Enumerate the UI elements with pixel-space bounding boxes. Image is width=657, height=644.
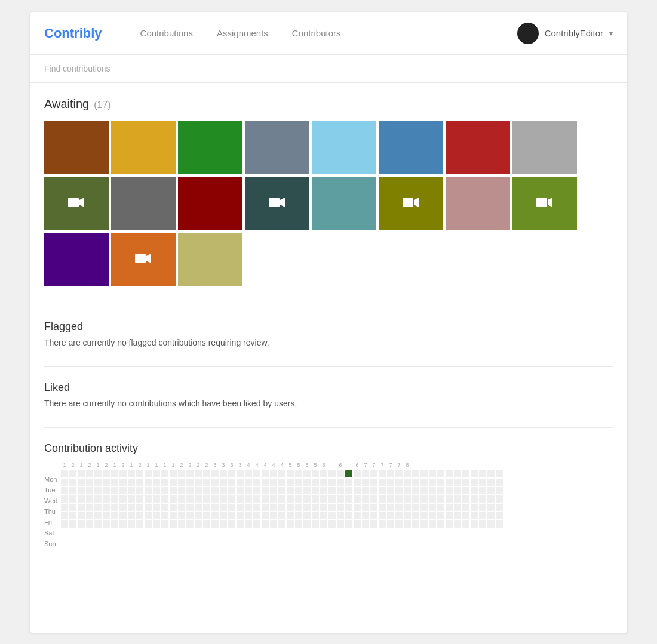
chevron-down-icon[interactable]: ▾ — [609, 29, 613, 38]
divider-2 — [44, 366, 613, 367]
activity-cell — [404, 504, 411, 511]
activity-cell — [245, 487, 252, 494]
grid-item[interactable] — [44, 233, 109, 286]
week-number-label: 1 — [161, 462, 168, 468]
activity-cell — [278, 487, 285, 494]
grid-item[interactable] — [111, 233, 176, 286]
awaiting-label: Awaiting — [44, 97, 89, 111]
activity-cell — [328, 504, 336, 511]
activity-cell — [487, 487, 495, 494]
grid-item[interactable] — [111, 121, 176, 174]
nav-contributions[interactable]: Contributions — [131, 23, 202, 43]
activity-cell — [69, 512, 76, 519]
activity-cell — [69, 470, 76, 477]
activity-cell — [446, 504, 453, 511]
activity-cell — [153, 470, 160, 477]
activity-cell — [253, 520, 260, 528]
activity-cell — [496, 520, 503, 528]
awaiting-image-grid — [44, 121, 613, 286]
activity-cell — [211, 512, 219, 519]
activity-cell — [170, 487, 177, 494]
activity-cell — [370, 520, 377, 528]
week-number-label: 2 — [69, 462, 76, 468]
activity-cell — [395, 479, 403, 486]
grid-item[interactable] — [178, 121, 242, 174]
grid-item[interactable] — [245, 177, 309, 230]
activity-cell — [420, 470, 428, 477]
grid-item[interactable] — [446, 177, 510, 230]
activity-cell — [170, 512, 177, 519]
grid-item[interactable] — [379, 177, 443, 230]
grid-item[interactable] — [178, 177, 242, 230]
activity-cell — [454, 495, 461, 503]
activity-cell — [362, 495, 369, 503]
activity-cell — [253, 504, 260, 511]
activity-cell — [136, 520, 143, 528]
activity-cell — [211, 487, 219, 494]
activity-rows — [61, 470, 613, 528]
activity-cell — [479, 495, 486, 503]
activity-cell — [78, 487, 85, 494]
main-content: Awaiting (17) Flagged There are currentl… — [30, 83, 627, 563]
grid-item[interactable] — [512, 121, 577, 174]
activity-cell — [203, 487, 210, 494]
activity-cell — [170, 520, 177, 528]
grid-item[interactable] — [312, 177, 376, 230]
grid-item[interactable] — [178, 233, 242, 286]
grid-item[interactable] — [111, 177, 176, 230]
activity-cell — [69, 479, 76, 486]
activity-cell — [462, 504, 469, 511]
grid-item[interactable] — [379, 121, 443, 174]
activity-cell — [211, 479, 219, 486]
activity-cell — [303, 487, 311, 494]
activity-cell — [303, 495, 311, 503]
activity-cell — [471, 487, 478, 494]
grid-item[interactable] — [446, 121, 510, 174]
activity-cell — [270, 479, 277, 486]
activity-cell — [379, 495, 386, 503]
activity-cell — [354, 520, 361, 528]
activity-cell — [412, 479, 419, 486]
liked-empty-message: There are currently no contributions whi… — [44, 399, 613, 408]
activity-cell — [446, 495, 453, 503]
activity-cell — [253, 512, 260, 519]
activity-cell — [303, 512, 311, 519]
activity-cell — [145, 512, 152, 519]
logo[interactable]: Contribly — [44, 26, 102, 41]
activity-cell — [270, 520, 277, 528]
activity-cell — [128, 495, 135, 503]
activity-cell — [220, 479, 227, 486]
nav-contributors[interactable]: Contributors — [283, 23, 351, 43]
activity-cell — [161, 495, 168, 503]
activity-cell — [479, 479, 486, 486]
search-bar: Find contributions — [30, 55, 627, 83]
activity-cell — [395, 470, 403, 477]
activity-cell — [354, 504, 361, 511]
week-number-label — [420, 462, 428, 468]
grid-item[interactable] — [512, 177, 577, 230]
activity-cell — [145, 470, 152, 477]
activity-cell — [454, 512, 461, 519]
activity-cell — [287, 487, 294, 494]
activity-cell — [161, 520, 168, 528]
nav-assignments[interactable]: Assignments — [207, 23, 278, 43]
activity-cell — [262, 470, 269, 477]
activity-cell — [312, 512, 319, 519]
search-placeholder[interactable]: Find contributions — [44, 64, 110, 73]
week-number-label: 1 — [170, 462, 177, 468]
grid-item[interactable] — [44, 177, 109, 230]
activity-cell — [220, 495, 227, 503]
grid-item[interactable] — [312, 121, 376, 174]
week-number-label: 6 — [354, 462, 361, 468]
grid-item[interactable] — [245, 121, 309, 174]
week-number-label: 2 — [86, 462, 93, 468]
grid-item[interactable] — [44, 121, 109, 174]
activity-cell — [211, 504, 219, 511]
activity-row — [61, 487, 613, 494]
activity-cell — [370, 487, 377, 494]
activity-cell — [245, 504, 252, 511]
activity-cell — [412, 504, 419, 511]
activity-cell — [153, 504, 160, 511]
activity-cell — [178, 495, 185, 503]
activity-cell — [86, 479, 93, 486]
